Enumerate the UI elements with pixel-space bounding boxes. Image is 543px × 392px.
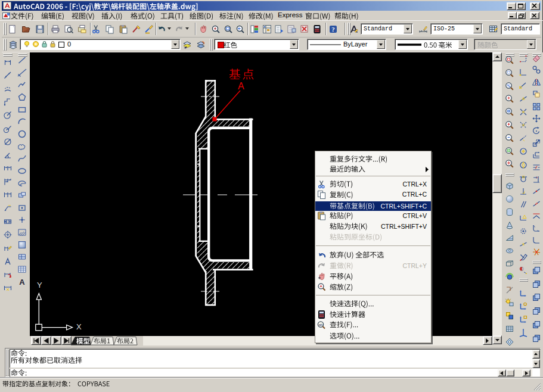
svg-text:ab: ab <box>319 323 323 326</box>
